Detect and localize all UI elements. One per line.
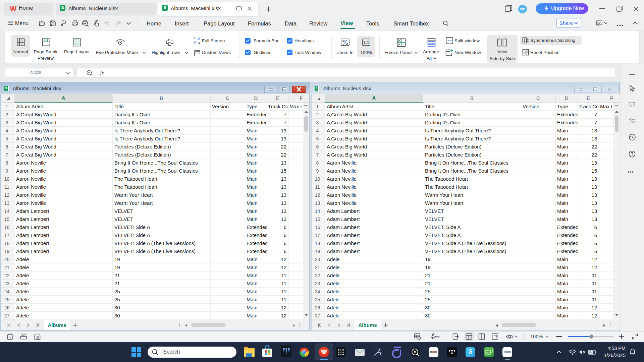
- svg-text:1:1: 1:1: [363, 40, 369, 45]
